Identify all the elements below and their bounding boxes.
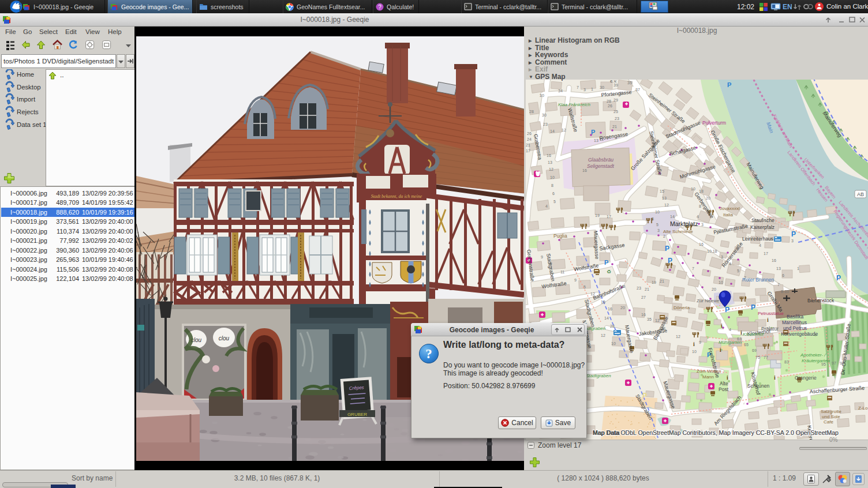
- svg-text:i: i: [740, 329, 742, 336]
- svg-text:7: 7: [577, 85, 579, 89]
- svg-text:20: 20: [712, 287, 716, 291]
- svg-text:3: 3: [583, 88, 586, 92]
- svg-text:16: 16: [699, 242, 704, 246]
- svg-text:10: 10: [692, 350, 697, 354]
- svg-text:Alte Schmiede: Alte Schmiede: [663, 229, 693, 234]
- svg-text:13: 13: [548, 160, 552, 164]
- svg-text:Stadtgraben: Stadtgraben: [586, 373, 611, 378]
- svg-text:12: 12: [549, 167, 553, 171]
- svg-text:30: 30: [542, 113, 547, 117]
- svg-text:10: 10: [655, 210, 660, 214]
- svg-text:Grabenstraße: Grabenstraße: [526, 249, 536, 281]
- svg-text:37: 37: [635, 88, 640, 92]
- svg-text:4: 4: [729, 328, 731, 332]
- svg-text:Orangerie: Orangerie: [795, 375, 817, 381]
- svg-text:Apotheker- /: Apotheker- /: [800, 352, 826, 358]
- svg-text:Stadtgraben: Stadtgraben: [545, 253, 556, 282]
- svg-text:77: 77: [764, 355, 768, 359]
- svg-text:12: 12: [655, 318, 660, 322]
- svg-text:16: 16: [582, 168, 587, 172]
- svg-text:21: 21: [645, 287, 649, 291]
- svg-text:20: 20: [706, 196, 710, 200]
- svg-text:23: 23: [615, 117, 619, 121]
- svg-text:Wallstraße: Wallstraße: [567, 107, 579, 133]
- svg-text:?: ?: [425, 347, 432, 361]
- svg-text:clou: clou: [219, 335, 230, 341]
- svg-text:Scheunen: Scheunen: [747, 383, 770, 389]
- svg-text:6: 6: [782, 273, 784, 277]
- svg-text:30: 30: [600, 85, 604, 89]
- svg-text:und Sole: und Sole: [822, 414, 840, 419]
- svg-text:Post: Post: [719, 386, 729, 392]
- svg-text:AB: AB: [857, 192, 864, 197]
- svg-text:16: 16: [772, 258, 776, 262]
- svg-text:14: 14: [604, 316, 609, 320]
- svg-text:17: 17: [526, 149, 530, 153]
- svg-text:1: 1: [797, 266, 799, 271]
- svg-text:P: P: [836, 274, 841, 282]
- svg-text:Schafgasse: Schafgasse: [669, 145, 697, 157]
- svg-text:e.v.: e.v.: [610, 80, 617, 84]
- svg-text:19: 19: [595, 213, 600, 217]
- svg-text:17: 17: [607, 215, 611, 219]
- svg-text:13: 13: [662, 196, 667, 200]
- svg-text:i: i: [767, 317, 769, 323]
- svg-text:10: 10: [691, 187, 695, 191]
- svg-text:Basilika: Basilika: [787, 314, 804, 320]
- svg-text:3: 3: [791, 239, 794, 243]
- svg-text:28: 28: [610, 324, 615, 328]
- svg-text:Mainuferweg: Mainuferweg: [745, 162, 765, 190]
- svg-text:GRUBER: GRUBER: [347, 412, 367, 417]
- svg-text:1: 1: [591, 87, 593, 91]
- svg-text:10: 10: [611, 341, 616, 346]
- svg-text:Crêpes: Crêpes: [349, 385, 364, 391]
- svg-text:Grabenstra: Grabenstra: [533, 134, 543, 160]
- svg-text:35: 35: [647, 317, 652, 321]
- svg-text:34: 34: [558, 89, 563, 93]
- svg-text:14: 14: [670, 215, 675, 219]
- svg-text:Desktop: Desktop: [17, 84, 40, 91]
- svg-text:19: 19: [652, 280, 656, 284]
- svg-text:Map Data ODbL OpenStreetMap Co: Map Data ODbL OpenStreetMap Contributors…: [593, 429, 839, 436]
- svg-text:12: 12: [601, 333, 605, 337]
- svg-text:?: ?: [378, 3, 381, 10]
- svg-text:17: 17: [764, 251, 768, 256]
- svg-text:21: 21: [660, 279, 664, 283]
- svg-text:Bienenstock: Bienenstock: [807, 298, 835, 303]
- svg-text:Alte: Alte: [720, 381, 728, 386]
- svg-text:Kaiserpfalz: Kaiserpfalz: [750, 224, 775, 230]
- svg-text:7: 7: [777, 283, 780, 287]
- svg-text:7: 7: [692, 266, 694, 271]
- svg-text:Petrusstatue: Petrusstatue: [758, 311, 784, 316]
- svg-text:5: 5: [583, 285, 586, 289]
- svg-text:Jovaxxxxl: Jovaxxxxl: [720, 206, 740, 211]
- svg-text:Große Ma: Große Ma: [766, 290, 784, 313]
- svg-text:6: 6: [552, 192, 555, 196]
- svg-text:13: 13: [594, 138, 598, 142]
- svg-text:5: 5: [737, 269, 739, 273]
- svg-text:Prälatur: Prälatur: [761, 326, 779, 332]
- svg-text:Marcellinus: Marcellinus: [782, 320, 807, 325]
- svg-text:27: 27: [641, 295, 646, 299]
- svg-text:16: 16: [641, 313, 646, 317]
- svg-text:28: 28: [607, 99, 611, 103]
- svg-text:30: 30: [540, 93, 544, 97]
- svg-text:P: P: [791, 230, 796, 238]
- svg-text:4: 4: [697, 215, 699, 219]
- svg-text:Klosterhof: Klosterhof: [743, 332, 764, 337]
- svg-text:i: i: [727, 374, 728, 381]
- svg-text:Mohrmühlgasse: Mohrmühlgasse: [679, 164, 716, 180]
- svg-text:Römerstraße: Römerstraße: [721, 241, 744, 269]
- svg-text:Marktplatz: Marktplatz: [670, 220, 698, 227]
- svg-text:12: 12: [562, 128, 566, 132]
- svg-text:Roter Brunnen: Roter Brunnen: [742, 277, 775, 283]
- svg-text:Steinheimer Straße: Steinheimer Straße: [648, 92, 686, 125]
- svg-text:4: 4: [545, 204, 548, 208]
- svg-text:Cafe: Cafe: [824, 419, 833, 425]
- svg-text:65: 65: [744, 343, 749, 347]
- svg-text:Stadt bekannt, da ich meine: Stadt bekannt, da ich meine: [371, 194, 422, 199]
- svg-text:16: 16: [547, 153, 551, 157]
- svg-text:21: 21: [526, 143, 530, 147]
- svg-text:23: 23: [543, 122, 548, 126]
- svg-text:Döneria: Döneria: [674, 305, 690, 310]
